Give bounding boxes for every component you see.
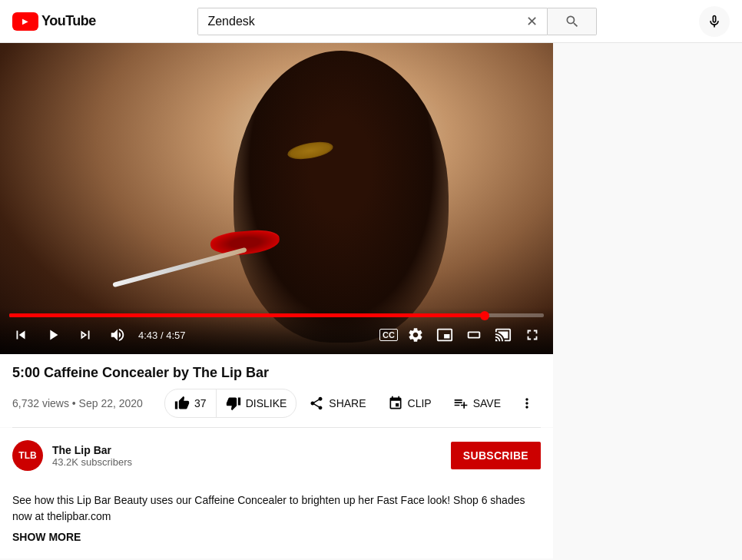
logo-text: YouTube — [41, 13, 96, 29]
volume-icon — [109, 326, 126, 343]
video-meta-row: 6,732 views • Sep 22, 2020 37 DISLIKE — [12, 389, 541, 418]
prev-icon — [12, 326, 29, 343]
clip-label: CLIP — [408, 397, 432, 409]
search-clear-button[interactable]: ✕ — [516, 8, 547, 35]
description-text: See how this Lip Bar Beauty uses our Caf… — [12, 492, 541, 525]
save-label: SAVE — [473, 397, 501, 409]
dislike-label: DISLIKE — [246, 397, 287, 409]
controls-left: 4:43 / 4:57 — [9, 323, 185, 346]
more-options-button[interactable] — [513, 389, 541, 417]
cc-button[interactable]: CC — [379, 329, 398, 341]
thumb-up-icon — [174, 396, 190, 411]
clip-icon — [388, 396, 403, 411]
search-submit-button[interactable] — [548, 8, 597, 35]
search-input[interactable] — [198, 8, 516, 35]
search-input-wrapper: ✕ — [197, 8, 548, 35]
progress-bar[interactable] — [9, 313, 544, 317]
theater-icon — [465, 326, 482, 343]
settings-icon — [407, 326, 424, 343]
video-player[interactable]: 4:43 / 4:57 CC — [0, 43, 553, 354]
logo[interactable]: YouTube — [12, 12, 96, 31]
more-icon — [519, 396, 535, 411]
cast-button[interactable] — [492, 323, 515, 346]
play-icon — [45, 326, 61, 343]
video-title: 5:00 Caffeine Concealer by The Lip Bar — [12, 363, 541, 383]
video-section: 4:43 / 4:57 CC — [0, 43, 553, 558]
miniplayer-button[interactable] — [433, 323, 456, 346]
channel-details: The Lip Bar 43.2K subscribers — [52, 444, 451, 468]
like-button[interactable]: 37 — [165, 389, 217, 417]
mic-icon — [707, 14, 722, 29]
subscribe-button[interactable]: SUBSCRIBE — [451, 442, 541, 469]
action-buttons: 37 DISLIKE SHARE CLIP — [164, 389, 541, 418]
video-controls: 4:43 / 4:57 CC — [0, 307, 553, 354]
time-display: 4:43 / 4:57 — [138, 330, 185, 341]
mic-button[interactable] — [699, 6, 730, 37]
fullscreen-button[interactable] — [521, 323, 544, 346]
settings-button[interactable] — [404, 323, 427, 346]
channel-name: The Lip Bar — [52, 444, 451, 456]
theater-button[interactable] — [462, 323, 485, 346]
search-container: ✕ — [197, 8, 597, 35]
controls-row: 4:43 / 4:57 CC — [9, 323, 544, 346]
fullscreen-icon — [524, 326, 541, 343]
share-icon — [309, 396, 324, 411]
description: See how this Lip Bar Beauty uses our Caf… — [0, 483, 553, 558]
volume-button[interactable] — [106, 323, 129, 346]
share-label: SHARE — [329, 397, 366, 409]
main-content: 4:43 / 4:57 CC — [0, 43, 742, 558]
header: YouTube ✕ — [0, 0, 742, 43]
prev-button[interactable] — [9, 323, 32, 346]
channel-subscribers: 43.2K subscribers — [52, 456, 451, 468]
like-dislike-group: 37 DISLIKE — [164, 389, 296, 418]
show-more-button[interactable]: SHOW MORE — [12, 525, 81, 549]
progress-bar-filled — [9, 313, 485, 317]
save-button[interactable]: SAVE — [444, 389, 510, 417]
video-info: 5:00 Caffeine Concealer by The Lip Bar 6… — [0, 354, 553, 427]
youtube-logo-icon — [12, 12, 38, 31]
next-button[interactable] — [74, 323, 97, 346]
cast-icon — [495, 326, 512, 343]
video-stats: 6,732 views • Sep 22, 2020 — [12, 397, 143, 409]
next-icon — [77, 326, 94, 343]
thumb-down-icon — [226, 396, 241, 411]
play-button[interactable] — [41, 323, 65, 346]
search-icon — [565, 14, 580, 29]
miniplayer-icon — [436, 326, 453, 343]
controls-right: CC — [379, 323, 544, 346]
like-count: 37 — [194, 397, 207, 409]
share-button[interactable]: SHARE — [300, 389, 375, 417]
clip-button[interactable]: CLIP — [379, 389, 441, 417]
face-overlay — [234, 51, 449, 343]
dislike-button[interactable]: DISLIKE — [217, 389, 296, 417]
channel-avatar[interactable]: TLB — [12, 440, 43, 471]
save-icon — [453, 396, 469, 411]
channel-info: TLB The Lip Bar 43.2K subscribers SUBSCR… — [0, 428, 553, 483]
